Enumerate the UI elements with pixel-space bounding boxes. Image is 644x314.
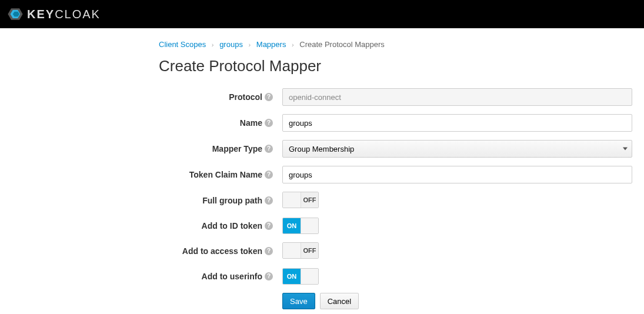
label-mapper-type: Mapper Type — [212, 144, 262, 153]
label-add-to-id-token: Add to ID token — [202, 221, 262, 231]
protocol-field: openid-connect — [282, 88, 632, 106]
mapper-type-select[interactable]: Group Membership — [282, 140, 632, 158]
row-full-group-path: Full group path ? OFF — [159, 192, 634, 209]
help-icon[interactable]: ? — [265, 119, 273, 127]
row-name: Name ? — [159, 114, 634, 132]
chevron-right-icon: › — [292, 41, 294, 48]
chevron-right-icon: › — [249, 41, 251, 48]
breadcrumb-client-scopes[interactable]: Client Scopes — [159, 40, 206, 49]
token-claim-name-input[interactable] — [282, 166, 632, 183]
help-icon[interactable]: ? — [265, 196, 273, 205]
breadcrumb-mappers[interactable]: Mappers — [256, 40, 286, 49]
page-title: Create Protocol Mapper — [159, 57, 634, 75]
brand-logo[interactable]: KEYCLOAK — [7, 6, 101, 22]
help-icon[interactable]: ? — [265, 272, 273, 280]
cancel-button[interactable]: Cancel — [320, 293, 359, 309]
help-icon[interactable]: ? — [265, 247, 273, 255]
label-full-group-path: Full group path — [202, 196, 262, 205]
row-mapper-type: Mapper Type ? Group Membership — [159, 140, 634, 158]
full-group-path-toggle[interactable]: OFF — [282, 192, 319, 208]
row-add-to-access-token: Add to access token ? OFF — [159, 242, 634, 260]
label-protocol: Protocol — [229, 92, 262, 102]
label-add-to-access-token: Add to access token — [182, 246, 262, 256]
row-add-to-userinfo: Add to userinfo ? ON — [159, 268, 634, 285]
chevron-right-icon: › — [212, 41, 214, 48]
save-button[interactable]: Save — [282, 293, 315, 309]
breadcrumb-groups[interactable]: groups — [219, 40, 243, 49]
help-icon[interactable]: ? — [265, 145, 273, 153]
topbar: KEYCLOAK — [0, 0, 644, 28]
add-to-access-token-toggle[interactable]: OFF — [282, 242, 319, 259]
row-token-claim: Token Claim Name ? — [159, 166, 634, 183]
button-row: Save Cancel — [282, 293, 634, 309]
label-token-claim-name: Token Claim Name — [189, 170, 262, 179]
help-icon[interactable]: ? — [265, 171, 273, 179]
keycloak-icon — [7, 6, 24, 22]
brand-text: KEYCLOAK — [27, 8, 101, 21]
breadcrumb: Client Scopes › groups › Mappers › Creat… — [159, 40, 634, 49]
help-icon[interactable]: ? — [265, 93, 273, 101]
main-content: Client Scopes › groups › Mappers › Creat… — [0, 28, 634, 314]
label-name: Name — [240, 118, 262, 128]
row-add-to-id-token: Add to ID token ? ON — [159, 218, 634, 234]
name-input[interactable] — [282, 114, 632, 132]
label-add-to-userinfo: Add to userinfo — [202, 272, 262, 281]
breadcrumb-current: Create Protocol Mappers — [299, 40, 385, 49]
row-protocol: Protocol ? openid-connect — [159, 88, 634, 106]
add-to-userinfo-toggle[interactable]: ON — [282, 268, 319, 285]
add-to-id-token-toggle[interactable]: ON — [282, 218, 319, 234]
help-icon[interactable]: ? — [265, 222, 273, 230]
